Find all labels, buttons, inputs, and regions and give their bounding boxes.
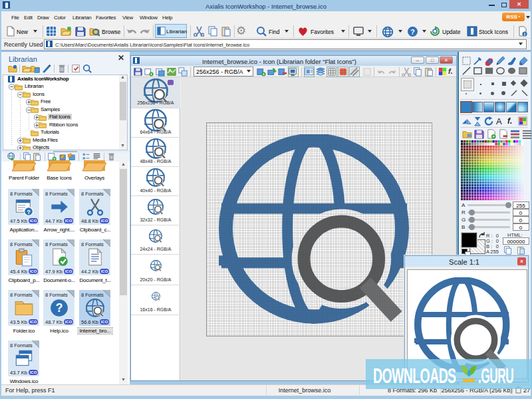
svg-text:?: ?	[27, 209, 31, 215]
svg-text:?: ?	[410, 28, 414, 36]
svg-text:i: i	[524, 32, 525, 37]
svg-text:?: ?	[56, 301, 63, 315]
